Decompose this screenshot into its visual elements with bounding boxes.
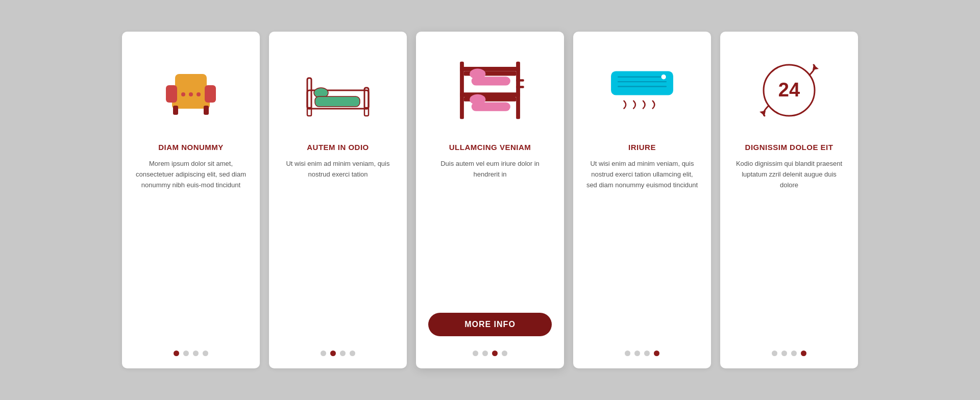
dot [644, 351, 650, 356]
svg-rect-8 [204, 106, 209, 115]
dot [492, 351, 498, 356]
armchair-icon [158, 57, 224, 123]
card-3-title: ULLAMCING VENIAM [449, 143, 531, 152]
card-2: AUTEM IN ODIO Ut wisi enim ad minim veni… [269, 32, 407, 368]
card-2-dots [281, 351, 395, 356]
card-5-text: Kodio dignissim qui blandit praesent lup… [732, 159, 846, 341]
dot [321, 351, 326, 356]
icon-area-1 [134, 47, 248, 134]
svg-rect-27 [516, 86, 524, 88]
card-3: ULLAMCING VENIAM Duis autem vel eum iriu… [416, 32, 564, 368]
card-4-dots [585, 351, 699, 356]
dot [330, 351, 336, 356]
svg-rect-2 [166, 85, 177, 103]
24hours-icon: 24 [758, 60, 820, 121]
card-2-text: Ut wisi enim ad minim veniam, quis nostr… [281, 159, 395, 341]
dot [502, 351, 507, 356]
svg-point-6 [189, 92, 193, 96]
svg-point-4 [181, 92, 185, 96]
dot [791, 351, 797, 356]
svg-rect-23 [472, 77, 510, 85]
dot [193, 351, 199, 356]
dot [482, 351, 488, 356]
icon-area-4 [585, 47, 699, 134]
icon-area-2 [281, 47, 395, 134]
svg-rect-7 [173, 106, 178, 115]
svg-text:24: 24 [778, 79, 800, 101]
svg-rect-26 [516, 79, 524, 81]
card-5-title: DIGNISSIM DOLOE EIT [745, 143, 834, 152]
card-4-title: IRIURE [628, 143, 656, 152]
dot [183, 351, 189, 356]
dot [654, 351, 659, 356]
dot [340, 351, 346, 356]
dot [801, 351, 806, 356]
svg-rect-20 [460, 92, 520, 97]
dot [473, 351, 478, 356]
svg-rect-10 [307, 78, 311, 109]
dot [174, 351, 179, 356]
card-3-dots [428, 351, 552, 356]
svg-point-32 [662, 74, 666, 79]
more-info-button[interactable]: MORE INFO [428, 313, 552, 336]
card-5-dots [732, 351, 846, 356]
svg-rect-13 [315, 96, 360, 107]
svg-point-5 [197, 92, 201, 96]
card-1-dots [134, 351, 248, 356]
card-5: 24 DIGNISSIM DOLOE EIT Kodio dignissim q… [720, 32, 858, 368]
card-2-title: AUTEM IN ODIO [307, 143, 369, 152]
svg-marker-35 [760, 111, 766, 116]
icon-area-5: 24 [732, 47, 846, 134]
svg-rect-18 [460, 67, 520, 71]
ac-unit-icon [604, 57, 680, 123]
svg-rect-25 [472, 102, 510, 111]
dot [772, 351, 777, 356]
card-4-text: Ut wisi enim ad minim veniam, quis nostr… [585, 159, 699, 341]
icon-area-3 [428, 47, 552, 134]
card-1-text: Morem ipsum dolor sit amet, consectetuer… [134, 159, 248, 341]
svg-marker-34 [813, 65, 819, 70]
dot [634, 351, 640, 356]
card-1-title: DIAM NONUMMY [158, 143, 224, 152]
svg-rect-1 [175, 74, 207, 92]
dot [350, 351, 355, 356]
dot [203, 351, 208, 356]
card-1: DIAM NONUMMY Morem ipsum dolor sit amet,… [122, 32, 260, 368]
single-bed-icon [300, 57, 376, 123]
card-3-text: Duis autem vel eum iriure dolor in hendr… [428, 159, 552, 304]
svg-rect-3 [205, 85, 216, 103]
card-4: IRIURE Ut wisi enim ad minim veniam, qui… [573, 32, 711, 368]
dot [781, 351, 787, 356]
cards-container: DIAM NONUMMY Morem ipsum dolor sit amet,… [91, 11, 889, 389]
dot [625, 351, 630, 356]
bunk-bed-icon [452, 57, 528, 123]
